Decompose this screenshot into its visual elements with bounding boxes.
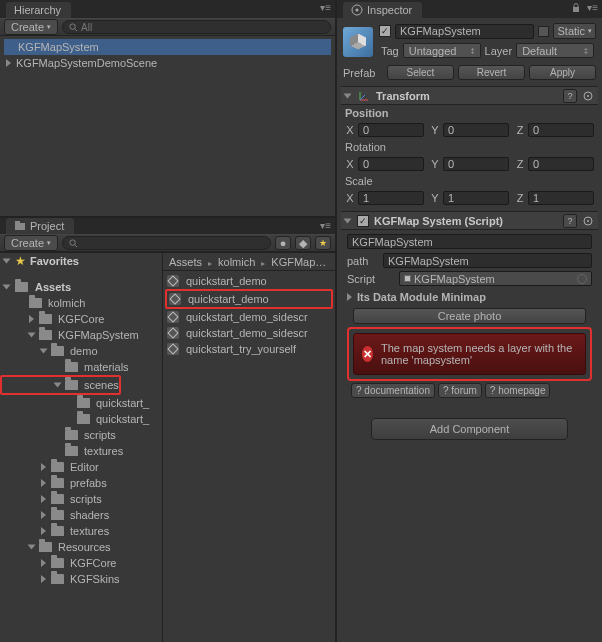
rotation-z-field[interactable]: 0	[528, 157, 594, 171]
active-checkbox[interactable]: ✓	[379, 25, 391, 37]
project-search-input[interactable]	[62, 236, 271, 250]
help-link-button[interactable]: ? homepage	[485, 383, 551, 398]
scale-x-field[interactable]: 1	[358, 191, 424, 205]
foldout-icon[interactable]	[347, 293, 352, 301]
prefab-select-button[interactable]: Select	[387, 65, 454, 80]
foldout-icon[interactable]	[54, 383, 62, 388]
tag-dropdown[interactable]: Untagged‡	[403, 43, 481, 58]
folder-item[interactable]: kolmich	[0, 295, 162, 311]
script-object-field[interactable]: KGFMapSystem	[399, 271, 592, 286]
folder-item[interactable]: Resources	[0, 539, 162, 555]
hierarchy-item[interactable]: KGFMapSystemDemoScene	[4, 55, 331, 71]
breadcrumb-segment[interactable]: kolmich	[218, 256, 255, 268]
foldout-icon[interactable]	[28, 333, 36, 338]
foldout-icon[interactable]	[29, 315, 34, 323]
foldout-icon[interactable]	[41, 463, 46, 471]
asset-item[interactable]: quickstart_demo_sidescr	[165, 309, 333, 325]
svg-rect-2	[15, 223, 25, 230]
search-by-type-button[interactable]: ●	[275, 236, 291, 250]
hierarchy-tab-bar: Hierarchy ▾≡	[0, 0, 335, 18]
gear-icon[interactable]	[582, 215, 594, 227]
project-tab[interactable]: Project	[6, 218, 74, 234]
folder-item[interactable]: scripts	[0, 491, 162, 507]
folder-icon	[51, 526, 64, 536]
gameobject-name-field[interactable]: KGFMapSystem	[395, 24, 534, 39]
help-icon[interactable]: ?	[563, 214, 577, 228]
inspector-tab[interactable]: Inspector	[343, 2, 422, 18]
folder-icon	[39, 314, 52, 324]
foldout-icon[interactable]	[41, 495, 46, 503]
layer-dropdown[interactable]: Default‡	[516, 43, 594, 58]
panel-menu-icon[interactable]: ▾≡	[587, 2, 598, 13]
hierarchy-create-button[interactable]: Create ▾	[4, 19, 58, 35]
assets-section[interactable]: Assets	[0, 279, 162, 295]
asset-item[interactable]: quickstart_demo	[165, 273, 333, 289]
foldout-icon[interactable]	[41, 575, 46, 583]
object-picker-icon[interactable]	[577, 274, 587, 284]
gear-icon[interactable]	[582, 90, 594, 102]
help-icon[interactable]: ?	[563, 89, 577, 103]
folder-item[interactable]: scenes	[2, 377, 119, 393]
add-component-button[interactable]: Add Component	[371, 418, 568, 440]
scale-z-field[interactable]: 1	[528, 191, 594, 205]
foldout-icon[interactable]	[41, 511, 46, 519]
static-dropdown[interactable]: Static▾	[553, 23, 596, 39]
foldout-icon[interactable]	[3, 285, 11, 290]
search-by-label-button[interactable]: ◆	[295, 236, 311, 250]
folder-item[interactable]: Editor	[0, 459, 162, 475]
folder-item[interactable]: prefabs	[0, 475, 162, 491]
position-x-field[interactable]: 0	[358, 123, 424, 137]
static-checkbox[interactable]	[538, 26, 549, 37]
foldout-icon[interactable]	[344, 93, 352, 98]
foldout-icon[interactable]	[41, 527, 46, 535]
lock-icon[interactable]	[571, 3, 581, 13]
folder-item[interactable]: KGFCore	[0, 311, 162, 327]
asset-item[interactable]: quickstart_demo_sidescr	[165, 325, 333, 341]
position-y-field[interactable]: 0	[443, 123, 509, 137]
foldout-icon[interactable]	[6, 59, 11, 67]
save-search-button[interactable]: ★	[315, 236, 331, 250]
kgf-name-field[interactable]: KGFMapSystem	[347, 234, 592, 249]
asset-item[interactable]: quickstart_demo	[167, 291, 331, 307]
kgf-path-field[interactable]: KGFMapSystem	[383, 253, 592, 268]
folder-item[interactable]: KGFSkins	[0, 571, 162, 587]
folder-item[interactable]: KGFMapSystem	[0, 327, 162, 343]
breadcrumb-segment[interactable]: Assets	[169, 256, 202, 268]
foldout-icon[interactable]	[41, 479, 46, 487]
prefab-apply-button[interactable]: Apply	[529, 65, 596, 80]
foldout-icon[interactable]	[41, 559, 46, 567]
help-link-button[interactable]: ? forum	[438, 383, 482, 398]
hierarchy-search-input[interactable]: All	[62, 20, 331, 34]
component-enabled-checkbox[interactable]: ✓	[357, 215, 369, 227]
folder-item[interactable]: materials	[0, 359, 162, 375]
folder-item[interactable]: quickstart_	[0, 395, 162, 411]
rotation-y-field[interactable]: 0	[443, 157, 509, 171]
create-photo-button[interactable]: Create photo	[353, 308, 586, 324]
foldout-icon[interactable]	[3, 259, 11, 264]
breadcrumb-segment[interactable]: KGFMap…	[271, 256, 326, 268]
position-z-field[interactable]: 0	[528, 123, 594, 137]
foldout-icon[interactable]	[28, 545, 36, 550]
hierarchy-tab[interactable]: Hierarchy	[6, 2, 71, 18]
svg-point-7	[356, 9, 359, 12]
hierarchy-item[interactable]: KGFMapSystem	[4, 39, 331, 55]
favorites-section[interactable]: ★ Favorites	[0, 253, 162, 269]
panel-menu-icon[interactable]: ▾≡	[320, 2, 331, 13]
panel-menu-icon[interactable]: ▾≡	[320, 220, 331, 231]
folder-item[interactable]: demo	[0, 343, 162, 359]
folder-item[interactable]: textures	[0, 523, 162, 539]
folder-item[interactable]: textures	[0, 443, 162, 459]
folder-item[interactable]: KGFCore	[0, 555, 162, 571]
folder-item[interactable]: quickstart_	[0, 411, 162, 427]
foldout-icon[interactable]	[40, 349, 48, 354]
folder-item[interactable]: shaders	[0, 507, 162, 523]
folder-item[interactable]: scripts	[0, 427, 162, 443]
help-link-button[interactable]: ? documentation	[351, 383, 435, 398]
asset-item[interactable]: quickstart_try_yourself	[165, 341, 333, 357]
script-asset-icon	[404, 275, 411, 282]
rotation-x-field[interactable]: 0	[358, 157, 424, 171]
prefab-revert-button[interactable]: Revert	[458, 65, 525, 80]
scale-y-field[interactable]: 1	[443, 191, 509, 205]
project-create-button[interactable]: Create ▾	[4, 235, 58, 251]
foldout-icon[interactable]	[344, 218, 352, 223]
